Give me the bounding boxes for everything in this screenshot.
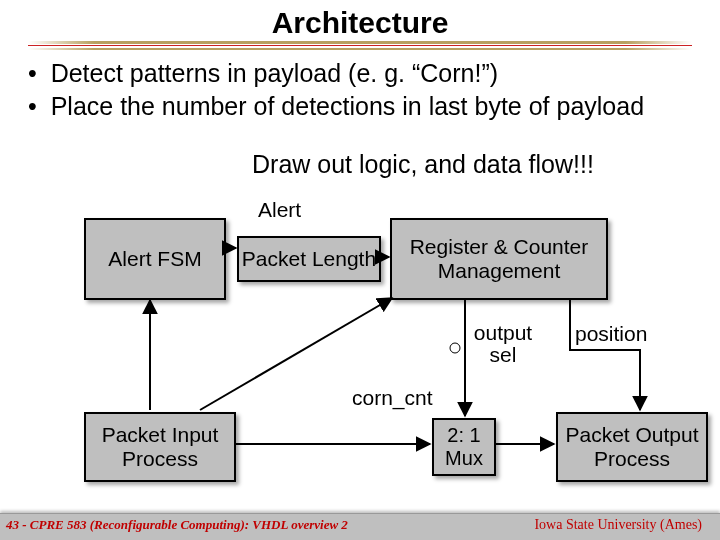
annotation-text: Draw out logic, and data flow!!! bbox=[252, 150, 594, 179]
svg-line-4 bbox=[200, 298, 392, 410]
footer: 43 - CPRE 583 (Reconfigurable Computing)… bbox=[0, 513, 720, 540]
footer-left: 43 - CPRE 583 (Reconfigurable Computing)… bbox=[6, 517, 348, 533]
diagram: Alert FSM Packet Length Register & Count… bbox=[0, 200, 720, 514]
svg-point-6 bbox=[450, 343, 460, 353]
edges bbox=[0, 200, 720, 514]
bullet-2: • Place the number of detections in last… bbox=[28, 91, 692, 122]
bullet-list: • Detect patterns in payload (e. g. “Cor… bbox=[0, 48, 720, 123]
slide-title: Architecture bbox=[0, 0, 720, 40]
footer-right: Iowa State University (Ames) bbox=[534, 517, 702, 533]
bullet-1: • Detect patterns in payload (e. g. “Cor… bbox=[28, 58, 692, 89]
title-rule bbox=[28, 43, 692, 48]
